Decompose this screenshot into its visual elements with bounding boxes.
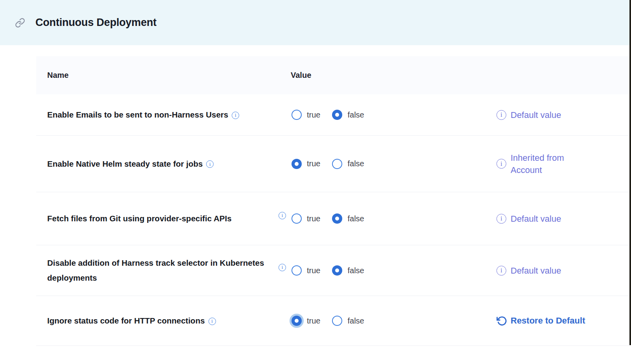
setting-name-label: Enable Native Helm steady state for jobs xyxy=(47,159,203,168)
radio-option-false[interactable]: false xyxy=(332,265,364,276)
radio-true-label: true xyxy=(307,214,320,223)
info-icon[interactable]: i xyxy=(496,214,506,224)
info-icon[interactable]: i xyxy=(279,264,286,271)
radio-false-label: false xyxy=(347,159,364,168)
status-badge: i Default value xyxy=(496,213,629,225)
info-icon[interactable]: i xyxy=(496,110,506,120)
radio-option-false[interactable]: false xyxy=(332,316,364,326)
radio-true[interactable] xyxy=(292,159,302,169)
info-icon[interactable]: i xyxy=(206,160,214,168)
radio-false[interactable] xyxy=(332,159,342,169)
table-row: Fetch files from Git using provider-spec… xyxy=(36,192,629,245)
radio-option-false[interactable]: false xyxy=(332,110,364,120)
status-label: Inherited from Account xyxy=(511,152,591,176)
radio-group: true false xyxy=(292,159,364,169)
setting-name: Disable addition of Harness track select… xyxy=(36,256,276,285)
setting-value: i true false xyxy=(276,265,496,276)
info-icon[interactable]: i xyxy=(496,266,506,276)
radio-false[interactable] xyxy=(332,213,342,224)
status-label: Default value xyxy=(511,265,561,277)
restore-to-default-button[interactable]: Restore to Default xyxy=(496,316,585,326)
radio-group: true false xyxy=(292,213,364,224)
table-row: Ignore status code for HTTP connectionsi… xyxy=(36,296,629,346)
radio-option-true[interactable]: true xyxy=(292,316,320,326)
radio-false-label: false xyxy=(347,266,364,275)
radio-option-true[interactable]: true xyxy=(292,213,320,224)
restore-label: Restore to Default xyxy=(511,316,585,326)
table-row: Enable Emails to be sent to non-Harness … xyxy=(36,94,629,136)
radio-true[interactable] xyxy=(292,110,302,120)
restore-icon xyxy=(496,316,507,326)
radio-false[interactable] xyxy=(332,110,342,120)
background-edge xyxy=(629,0,631,345)
radio-true-label: true xyxy=(307,110,320,119)
table-row: Enable Native Helm steady state for jobs… xyxy=(36,136,629,192)
radio-option-true[interactable]: true xyxy=(292,110,320,120)
setting-name-label: Enable Emails to be sent to non-Harness … xyxy=(47,110,228,119)
table-row: Disable addition of Harness track select… xyxy=(36,245,629,296)
radio-option-false[interactable]: false xyxy=(332,159,364,169)
radio-group: true false xyxy=(292,110,364,120)
status-badge: i Inherited from Account xyxy=(496,152,629,176)
radio-true[interactable] xyxy=(292,213,302,224)
radio-true-label: true xyxy=(307,159,320,168)
radio-true[interactable] xyxy=(292,265,302,276)
radio-true-label: true xyxy=(307,316,320,325)
setting-name-label: Fetch files from Git using provider-spec… xyxy=(47,214,232,223)
info-icon[interactable]: i xyxy=(232,112,239,119)
radio-false-label: false xyxy=(347,214,364,223)
radio-true[interactable] xyxy=(292,316,302,326)
page-title: Continuous Deployment xyxy=(35,17,157,29)
radio-false[interactable] xyxy=(332,316,342,326)
radio-false-label: false xyxy=(347,316,364,325)
setting-name: Fetch files from Git using provider-spec… xyxy=(36,211,276,226)
settings-table: Name Value Enable Emails to be sent to n… xyxy=(36,56,629,346)
setting-value: true false xyxy=(276,159,496,169)
setting-value: true false xyxy=(276,110,496,120)
status-label: Default value xyxy=(511,109,561,121)
info-icon[interactable]: i xyxy=(496,159,506,169)
radio-option-false[interactable]: false xyxy=(332,213,364,224)
link-icon[interactable] xyxy=(15,18,25,28)
radio-false[interactable] xyxy=(332,265,342,276)
info-icon[interactable]: i xyxy=(208,318,216,325)
radio-option-true[interactable]: true xyxy=(292,159,320,169)
column-header-value: Value xyxy=(276,71,496,80)
section-header: Continuous Deployment xyxy=(0,0,631,45)
radio-group: true false xyxy=(292,265,364,276)
setting-value: true false xyxy=(276,316,496,326)
status-badge: i Default value xyxy=(496,109,629,121)
radio-true-label: true xyxy=(307,266,320,275)
status-badge: i Default value xyxy=(496,265,629,277)
column-header-name: Name xyxy=(36,71,276,80)
setting-name-label: Ignore status code for HTTP connections xyxy=(47,316,205,325)
table-header-row: Name Value xyxy=(36,56,629,94)
info-icon[interactable]: i xyxy=(279,212,286,219)
setting-name: Enable Emails to be sent to non-Harness … xyxy=(36,107,276,122)
radio-group: true false xyxy=(292,316,364,326)
radio-false-label: false xyxy=(347,110,364,119)
status-label: Default value xyxy=(511,213,561,225)
radio-option-true[interactable]: true xyxy=(292,265,320,276)
setting-name: Enable Native Helm steady state for jobs… xyxy=(36,156,276,171)
setting-name-label: Disable addition of Harness track select… xyxy=(47,258,264,282)
restore-default-link: Restore to Default xyxy=(496,316,629,326)
setting-value: i true false xyxy=(276,213,496,224)
setting-name: Ignore status code for HTTP connectionsi xyxy=(36,313,276,328)
